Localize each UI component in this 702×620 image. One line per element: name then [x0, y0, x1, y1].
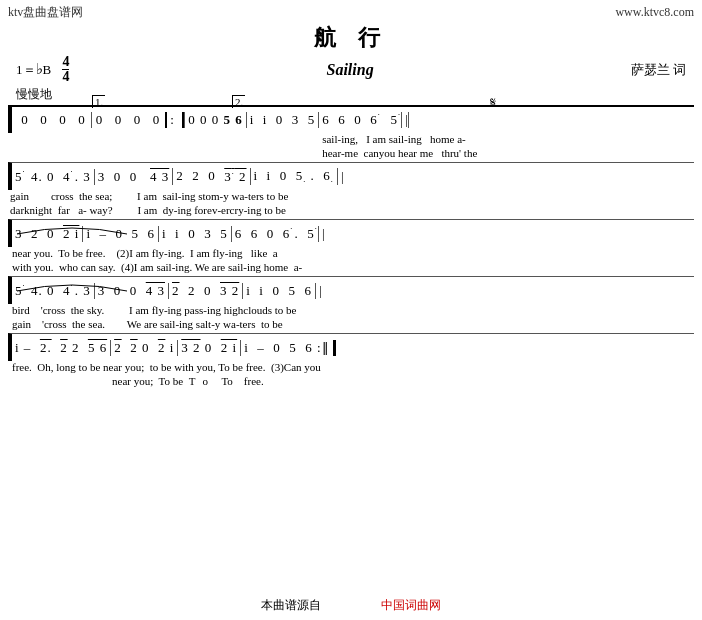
lyric-row-4a: bird 'cross the sky. I am fly-ing pass-i…: [8, 304, 694, 318]
volta-2: 2.: [232, 95, 245, 108]
note-43: 4 3: [150, 169, 169, 184]
author-label: 萨瑟兰 词: [631, 61, 686, 79]
score-area: 1. 2. 𝄋 0 0 0 0 0 0 0 0 : 0 0 0 5 6 i i …: [0, 105, 702, 389]
lyric-1b-m2: hear-me canyou hear me thru' the: [314, 147, 694, 161]
measure-9-notes: i i 0 5· . 6·: [250, 168, 338, 186]
measure-17-notes: i i 0 5 6: [242, 283, 316, 299]
lyric-1b-m1: [10, 147, 314, 161]
key-time: 1＝♭B 44: [16, 55, 69, 84]
score-row-2: 5· 4. 0 4· . 3 3 0 0 4 3 2 2 0 3· 2 i i …: [8, 162, 694, 218]
note-dot-5: 5·: [391, 112, 399, 128]
measure-2b-notes: :: [165, 112, 184, 128]
to-to-label: To: [189, 375, 216, 387]
footer: 本曲谱源自 中国词曲网: [0, 597, 702, 614]
measure-11-notes: i – 0 5 6: [82, 226, 158, 242]
note-3dot2: 3· 2: [224, 169, 246, 184]
lyric-1a-m1: [10, 133, 314, 147]
measure-13-notes: 6 6 0 6· . 5·: [231, 226, 319, 242]
measure-1-notes: 0 0 0 0: [12, 112, 91, 128]
measure-15-notes: 3 0 0 4 3: [94, 283, 168, 299]
lyric-row-3a: near you. To be free. (2)I am fly-ing. I…: [8, 247, 694, 261]
lyric-1a-m2: sail-ing, I am sail-ing home a-: [314, 133, 694, 147]
lyric-row-5b: near you; To be To To free.: [8, 375, 694, 389]
site-right-label: www.ktvc8.com: [615, 5, 694, 20]
note-21: 2 i: [63, 226, 79, 241]
site-left-label: ktv盘曲盘谱网: [8, 4, 83, 21]
measure-4-notes: i i 0 3 5: [246, 112, 319, 128]
lyric-row-5a: free. Oh, long to be near you; to be wit…: [8, 361, 694, 375]
measure-20-notes: 3 2 0 2 i: [177, 340, 240, 356]
measure-7-notes: 3 0 0 4 3: [94, 169, 173, 185]
measure-21-notes: i – 0 5 6 :‖: [240, 340, 335, 356]
measure-18-notes: i – 2. 2 2 5 6: [12, 340, 110, 356]
measure-6-notes: 5· 4. 0 4· . 3: [12, 169, 94, 185]
volta-1: 1.: [92, 95, 105, 108]
lyric-2a-1: gain cross: [10, 190, 79, 204]
bar-end-1: |: [402, 112, 409, 128]
measure-19-notes: 2 2 0 2 i: [110, 340, 177, 356]
measure-10-notes: 3 2 0 2 i: [12, 226, 82, 242]
score-row-4: 5· 4. 0 4· . 3 3 0 0 4 3 2 2 0 3 2 i i 0…: [8, 276, 694, 332]
segno-mark: 𝄋: [490, 95, 496, 111]
bar-end-3: |: [319, 226, 325, 242]
to-label-2: To: [221, 375, 232, 387]
header-bar: ktv盘曲盘谱网 www.ktvc8.com: [0, 0, 702, 21]
lyric-2a-2: the sea; I am sail-ing stom-y wa-ters to…: [79, 190, 288, 204]
measure-12-notes: i i 0 3 5: [158, 226, 231, 242]
lyric-2b-1: darknight far: [10, 204, 78, 218]
bar-end-2: |: [338, 169, 344, 185]
measure-3-notes: 0 0 0 5 6: [184, 112, 246, 128]
tempo: 慢慢地: [0, 86, 702, 103]
footer-right-label: 中国词曲网: [381, 597, 441, 614]
measure-2-notes: 0 0 0 0: [91, 112, 166, 128]
note-dot-6: 6·: [370, 112, 378, 128]
footer-left-label: 本曲谱源自: [261, 597, 321, 614]
subtitle-row: 1＝♭B 44 Sailing 萨瑟兰 词: [0, 55, 702, 84]
score-row-1: 1. 2. 𝄋 0 0 0 0 0 0 0 0 : 0 0 0 5 6 i i …: [8, 105, 694, 161]
time-sig: 44: [62, 55, 69, 84]
score-row-5: i – 2. 2 2 5 6 2 2 0 2 i 3 2 0 2 i i – 0…: [8, 333, 694, 389]
lyric-row-3b: with you. who can say. (4)I am sail-ing.…: [8, 261, 694, 275]
score-row-3: 3 2 0 2 i i – 0 5 6 i i 0 3 5 6 6 0 6· .…: [8, 219, 694, 275]
lyric-2b-2: a- way? I am dy-ing forev-ercry-ing to b…: [78, 204, 286, 218]
measure-14-notes: 5· 4. 0 4· . 3: [12, 283, 94, 299]
lyric-row-2b: darknight far a- way? I am dy-ing forev-…: [8, 204, 694, 218]
lyric-row-1a: sail-ing, I am sail-ing home a-: [8, 133, 694, 147]
measure-16-notes: 2 2 0 3 2: [168, 283, 242, 299]
page: ktv盘曲盘谱网 www.ktvc8.com 航 行 1＝♭B 44 Saili…: [0, 0, 702, 620]
measure-8-notes: 2 2 0 3· 2: [172, 168, 249, 184]
key-label: 1＝♭B: [16, 60, 51, 79]
measure-5-notes: 6 6 0 6· 5·: [318, 112, 402, 128]
lyric-row-1b: hear-me canyou hear me thru' the: [8, 147, 694, 161]
lyric-row-2a: gain cross the sea; I am sail-ing stom-y…: [8, 190, 694, 204]
song-title: 航 行: [0, 23, 702, 53]
subtitle-label: Sailing: [69, 61, 630, 79]
lyric-row-4b: gain 'cross the sea. We are sail-ing sal…: [8, 318, 694, 332]
bar-end-4: |: [316, 283, 322, 299]
